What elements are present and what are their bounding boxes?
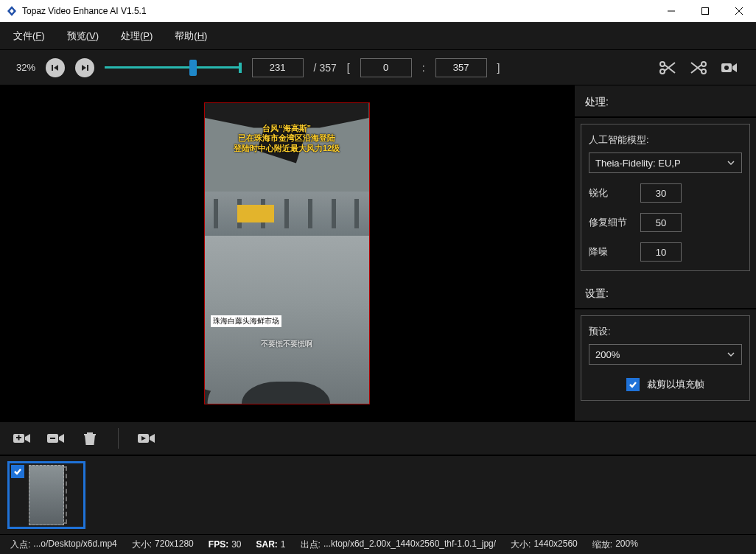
clip-thumbnails (0, 455, 756, 534)
process-section-title: 处理: (575, 85, 756, 118)
svg-point-5 (701, 69, 706, 74)
video-preview: 台风“海高斯” 已在珠海市金湾区沿海登陆 登陆时中心附近最大风力12级 珠海白藤… (0, 85, 573, 421)
svg-rect-11 (18, 435, 20, 441)
status-sar-value: 1 (281, 539, 286, 550)
status-in-label: 入点: (10, 539, 30, 551)
chevron-down-icon (727, 158, 735, 167)
ai-model-label: 人工智能模型: (589, 133, 742, 147)
window-title: Topaz Video Enhance AI V1.5.1 (22, 6, 147, 16)
right-panel: 处理: 人工智能模型: Theia-Fidelity: EU,P 锐化30 修复… (573, 85, 756, 421)
process-video-button[interactable] (136, 428, 157, 449)
crop-label: 裁剪以填充帧 (647, 378, 704, 391)
window-close-button[interactable] (722, 0, 756, 22)
record-button[interactable] (719, 57, 740, 78)
status-out-value: ...ktop/x6d_2.00x_1440x2560_thf-1.0.1_jp… (323, 539, 496, 551)
svg-point-6 (701, 62, 706, 66)
svg-point-4 (660, 62, 665, 66)
current-frame-input[interactable]: 231 (252, 58, 304, 77)
range-colon: : (422, 62, 425, 74)
chevron-down-icon (727, 350, 735, 359)
bracket-open: [ (347, 62, 350, 74)
status-sar-label: SAR: (256, 539, 278, 550)
add-video-button[interactable] (12, 428, 32, 449)
detail-value[interactable]: 50 (640, 213, 682, 232)
next-frame-button[interactable] (75, 58, 94, 77)
status-scale-value: 200% (615, 539, 638, 551)
status-fps-label: FPS: (209, 539, 228, 550)
prev-frame-button[interactable] (46, 58, 65, 77)
settings-section-title: 设置: (575, 277, 756, 309)
menu-help[interactable]: 帮助(H) (175, 29, 207, 43)
video-caption-location: 珠海白藤头海鲜市场 (211, 315, 281, 327)
svg-rect-2 (87, 65, 88, 71)
range-end-input[interactable]: 357 (435, 58, 487, 77)
menu-bar: 文件(F) 预览(V) 处理(P) 帮助(H) (0, 22, 756, 50)
remove-video-button[interactable] (46, 428, 66, 449)
video-headline: 台风“海高斯” 已在珠海市金湾区沿海登陆 登陆时中心附近最大风力12级 (205, 124, 369, 154)
preset-label: 预设: (589, 325, 742, 338)
frame-separator: / 357 (314, 62, 337, 74)
sharpen-label: 锐化 (589, 186, 633, 200)
status-bar: 入点: ...o/Desktop/x6d.mp4 大小: 720x1280 FP… (0, 534, 756, 554)
delete-button[interactable] (80, 428, 100, 449)
menu-file[interactable]: 文件(F) (13, 29, 45, 43)
status-scale-label: 缩放: (592, 539, 612, 551)
menu-process[interactable]: 处理(P) (121, 29, 153, 43)
svg-rect-13 (50, 438, 55, 439)
preset-select[interactable]: 200% (589, 344, 742, 365)
detail-label: 修复细节 (589, 216, 633, 229)
clip-selected-check[interactable] (11, 465, 24, 478)
window-maximize-button[interactable] (688, 0, 722, 22)
clip-thumbnail[interactable] (7, 461, 85, 529)
svg-rect-15 (84, 434, 96, 435)
status-in-value: ...o/Desktop/x6d.mp4 (33, 539, 116, 551)
status-size2-label: 大小: (511, 539, 531, 551)
crop-checkbox[interactable] (626, 378, 640, 391)
status-size1-label: 大小: (132, 539, 152, 551)
svg-rect-1 (52, 65, 53, 71)
zoom-percent: 32% (16, 62, 35, 73)
cut-start-button[interactable] (657, 57, 678, 78)
status-fps-value: 30 (231, 539, 241, 550)
svg-point-3 (660, 69, 665, 74)
timeline-slider[interactable] (105, 60, 242, 75)
video-frame: 台风“海高斯” 已在珠海市金湾区沿海登陆 登陆时中心附近最大风力12级 珠海白藤… (204, 102, 370, 404)
cut-end-button[interactable] (688, 57, 709, 78)
svg-rect-0 (702, 8, 709, 15)
denoise-label: 降噪 (589, 245, 633, 259)
denoise-value[interactable]: 10 (640, 242, 682, 262)
app-logo-icon (6, 5, 18, 17)
bottom-toolbar (0, 421, 756, 455)
menu-preview[interactable]: 预览(V) (67, 29, 99, 43)
range-start-input[interactable]: 0 (360, 58, 412, 77)
status-size1-value: 720x1280 (155, 539, 194, 551)
status-size2-value: 1440x2560 (533, 539, 577, 551)
playback-controls: 32% 231 / 357 [ 0 : 357 ] (0, 50, 756, 85)
sharpen-value[interactable]: 30 (640, 183, 682, 203)
bracket-close: ] (497, 62, 500, 74)
ai-model-select[interactable]: Theia-Fidelity: EU,P (589, 152, 742, 173)
status-out-label: 出点: (301, 539, 321, 551)
window-minimize-button[interactable] (654, 0, 688, 22)
svg-point-8 (724, 66, 729, 70)
window-titlebar: Topaz Video Enhance AI V1.5.1 (0, 0, 756, 22)
